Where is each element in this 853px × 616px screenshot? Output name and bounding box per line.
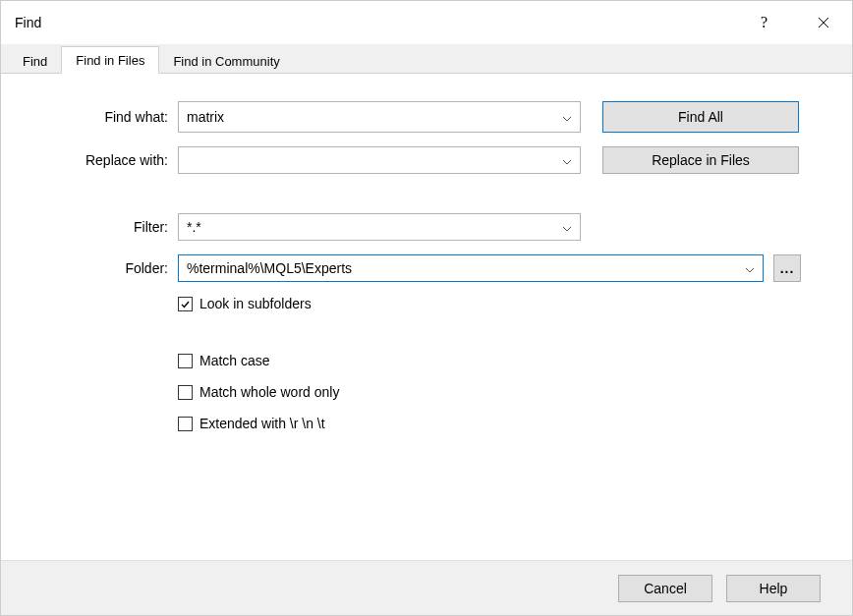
tab-find-in-files[interactable]: Find in Files (61, 46, 159, 74)
help-button[interactable]: Help (726, 575, 821, 602)
folder-input[interactable]: %terminal%\MQL5\Experts (178, 254, 764, 282)
match-whole-word-checkbox[interactable] (178, 385, 193, 400)
tab-find[interactable]: Find (9, 48, 61, 74)
folder-value: %terminal%\MQL5\Experts (187, 260, 352, 276)
filter-value: *.* (187, 219, 201, 235)
replace-with-label: Replace with: (40, 152, 178, 168)
match-case-label: Match case (199, 353, 270, 368)
extended-label: Extended with \r \n \t (199, 416, 325, 431)
find-all-button[interactable]: Find All (602, 101, 799, 133)
content-area: Find what: matrix Find All Replace with: (1, 74, 852, 560)
replace-in-files-button[interactable]: Replace in Files (602, 146, 799, 174)
chevron-down-icon (745, 260, 755, 276)
chevron-down-icon (562, 152, 572, 168)
chevron-down-icon (562, 219, 572, 235)
window-title: Find (15, 15, 738, 30)
filter-label: Filter: (40, 219, 178, 235)
folder-label: Folder: (40, 260, 178, 276)
help-icon[interactable]: ? (738, 1, 795, 44)
look-in-subfolders-checkbox[interactable] (178, 297, 193, 311)
find-what-input[interactable]: matrix (178, 101, 581, 133)
find-dialog: Find ? Find Find in Files Find in Commun… (0, 0, 853, 616)
tab-find-in-community[interactable]: Find in Community (159, 48, 293, 74)
chevron-down-icon (562, 109, 572, 125)
footer: Cancel Help (1, 560, 852, 615)
look-in-subfolders-label: Look in subfolders (199, 296, 312, 311)
cancel-button[interactable]: Cancel (618, 575, 712, 602)
svg-text:?: ? (761, 15, 768, 30)
check-icon (180, 299, 191, 309)
close-icon[interactable] (795, 1, 852, 44)
replace-with-input[interactable] (178, 146, 581, 174)
filter-input[interactable]: *.* (178, 213, 581, 241)
match-case-checkbox[interactable] (178, 354, 193, 368)
titlebar: Find ? (1, 1, 852, 44)
tabstrip: Find Find in Files Find in Community (1, 44, 852, 74)
match-whole-word-label: Match whole word only (199, 384, 339, 400)
find-what-value: matrix (187, 109, 224, 125)
browse-button[interactable]: ... (773, 254, 801, 282)
extended-checkbox[interactable] (178, 417, 193, 431)
find-what-label: Find what: (40, 109, 178, 125)
